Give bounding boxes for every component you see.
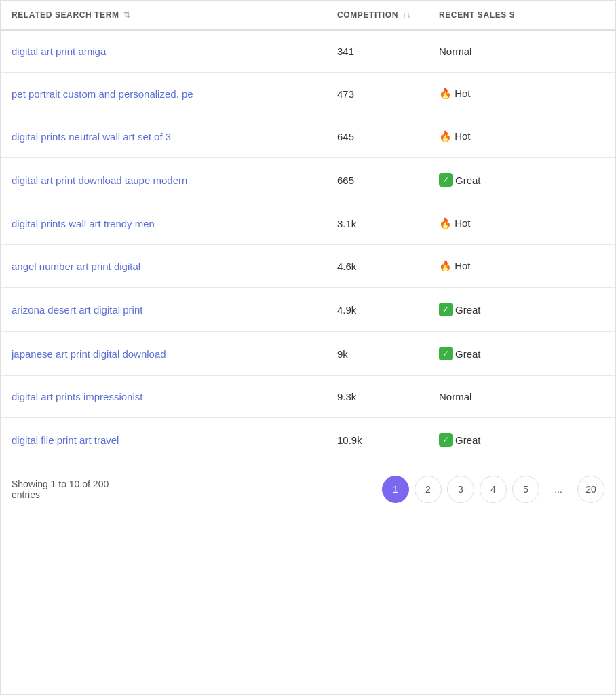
pagination: 12345...20 [382,476,604,503]
hot-badge: 🔥 Hot [439,88,471,100]
great-check-icon: ✓ [439,173,453,187]
search-term-link[interactable]: digital art prints impressionist [12,391,142,402]
sales-status: 🔥 Hot [439,217,604,229]
competition-value: 9.3k [337,391,439,402]
great-check-icon: ✓ [439,433,453,447]
hot-badge: 🔥 Hot [439,217,471,229]
great-badge: ✓ Great [439,347,481,360]
footer-showing: Showing 1 to 10 of 200 entries [12,478,371,500]
col-header-sales: RECENT SALES S [439,10,604,20]
search-term-link[interactable]: digital prints neutral wall art set of 3 [12,131,171,143]
entries-label: entries [12,489,40,500]
competition-value: 10.9k [337,434,439,446]
table-row: digital art print download taupe modern6… [1,158,615,202]
table-row: pet portrait custom and personalized. pe… [1,73,615,115]
great-badge: ✓ Great [439,433,481,447]
sales-status: 🔥 Hot [439,260,604,272]
great-badge: ✓ Great [439,303,481,316]
competition-value: 473 [337,88,439,100]
table-footer: Showing 1 to 10 of 200 entries 12345...2… [1,462,615,516]
great-check-icon: ✓ [439,347,453,360]
search-term-link[interactable]: japanese art print digital download [12,348,166,360]
competition-value: 341 [337,45,439,57]
table-row: digital art print amiga341Normal [1,31,615,73]
page-btn-3[interactable]: 3 [447,476,474,503]
page-btn-1[interactable]: 1 [382,476,409,503]
table-body: digital art print amiga341Normalpet port… [1,31,615,462]
table-row: digital file print art travel10.9k✓ Grea… [1,418,615,462]
search-term-link[interactable]: digital art print download taupe modern [12,174,187,186]
search-term-link[interactable]: pet portrait custom and personalized. pe [12,88,193,100]
sales-status: Normal [439,391,604,402]
sort-icon-competition[interactable]: ↑↓ [402,10,411,20]
sales-status: Normal [439,45,604,57]
table-header: RELATED SEARCH TERM ⇅ COMPETITION ↑↓ REC… [1,1,615,31]
competition-value: 645 [337,131,439,143]
page-btn-2[interactable]: 2 [415,476,442,503]
search-term-link[interactable]: digital art print amiga [12,45,106,57]
sales-status: ✓ Great [439,433,604,447]
search-term-link[interactable]: angel number art print digital [12,261,140,272]
search-term-link[interactable]: digital file print art travel [12,434,119,446]
competition-value: 9k [337,348,439,360]
table-row: digital art prints impressionist9.3kNorm… [1,376,615,418]
sales-status: ✓ Great [439,303,604,316]
page-btn-5[interactable]: 5 [512,476,539,503]
sales-status: 🔥 Hot [439,88,604,100]
competition-value: 665 [337,174,439,186]
great-check-icon: ✓ [439,303,453,316]
table-row: angel number art print digital4.6k🔥 Hot [1,245,615,288]
pagination-ellipsis: ... [545,476,572,503]
showing-text: Showing 1 to 10 of 200 [12,478,109,489]
great-badge: ✓ Great [439,173,481,187]
sort-icon-term[interactable]: ⇅ [123,10,131,20]
page-btn-20[interactable]: 20 [577,476,604,503]
col-header-competition: COMPETITION ↑↓ [337,10,439,20]
table-row: arizona desert art digital print4.9k✓ Gr… [1,288,615,332]
table-row: japanese art print digital download9k✓ G… [1,332,615,376]
hot-badge: 🔥 Hot [439,130,471,143]
sales-status: ✓ Great [439,347,604,360]
hot-badge: 🔥 Hot [439,260,471,272]
table-row: digital prints wall art trendy men3.1k🔥 … [1,202,615,245]
col-header-sales-label: RECENT SALES S [439,10,515,20]
competition-value: 4.9k [337,304,439,316]
col-header-term-label: RELATED SEARCH TERM [12,10,119,20]
col-header-term: RELATED SEARCH TERM ⇅ [12,10,337,20]
sales-status: ✓ Great [439,173,604,187]
competition-value: 4.6k [337,261,439,272]
sales-status: 🔥 Hot [439,130,604,143]
page-btn-4[interactable]: 4 [480,476,507,503]
table-row: digital prints neutral wall art set of 3… [1,115,615,158]
search-terms-table: RELATED SEARCH TERM ⇅ COMPETITION ↑↓ REC… [0,0,616,695]
search-term-link[interactable]: digital prints wall art trendy men [12,218,155,229]
search-term-link[interactable]: arizona desert art digital print [12,304,142,316]
competition-value: 3.1k [337,218,439,229]
col-header-competition-label: COMPETITION [337,10,398,20]
